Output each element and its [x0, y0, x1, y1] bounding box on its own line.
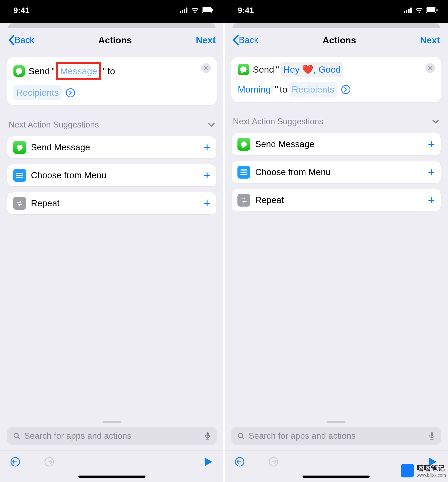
remove-action-button[interactable]	[425, 63, 435, 73]
suggestion-row-repeat[interactable]: Repeat +	[7, 192, 217, 215]
suggestion-row-repeat[interactable]: Repeat +	[231, 189, 441, 211]
disclosure-button[interactable]	[66, 88, 75, 97]
wifi-icon	[191, 7, 199, 13]
close-icon	[428, 66, 432, 70]
close-icon	[204, 66, 208, 70]
svg-rect-6	[212, 9, 213, 11]
highlight-box: Message	[56, 62, 101, 80]
chevron-down-icon	[432, 119, 439, 124]
sheet-background-tab	[232, 23, 440, 28]
suggestion-row-send-message[interactable]: Send Message +	[7, 136, 217, 159]
menu-icon	[13, 169, 26, 182]
next-button[interactable]: Next	[196, 35, 216, 45]
svg-rect-2	[184, 9, 185, 13]
recipients-token[interactable]: Recipients	[13, 85, 62, 100]
message-icon	[13, 141, 26, 154]
quote-close: "	[275, 82, 278, 97]
suggestion-row-send-message[interactable]: Send Message +	[231, 133, 441, 155]
search-bar[interactable]	[7, 427, 217, 445]
suggestion-label: Repeat	[31, 198, 59, 208]
sheet-grabber[interactable]	[102, 421, 121, 423]
message-text-line1[interactable]: Hey ❤️, Good	[280, 62, 343, 77]
nav-bar: Back Actions Next	[224, 28, 448, 51]
svg-rect-17	[436, 9, 438, 11]
next-button[interactable]: Next	[420, 35, 440, 45]
phone-left: 9:41 Back Actions Next Send " Message " …	[0, 0, 224, 482]
to-label: to	[280, 82, 287, 97]
svg-rect-14	[410, 8, 412, 13]
undo-button[interactable]	[233, 456, 246, 468]
home-indicator[interactable]	[303, 476, 370, 478]
svg-rect-1	[182, 10, 183, 13]
back-button[interactable]: Back	[232, 35, 258, 45]
action-card: Send " Message " to Recipients	[7, 57, 217, 105]
chevron-left-icon	[8, 35, 15, 45]
svg-point-18	[238, 433, 243, 438]
back-button[interactable]: Back	[8, 35, 34, 45]
plus-icon: +	[204, 141, 211, 154]
status-bar: 9:41	[0, 0, 224, 23]
suggestions-header[interactable]: Next Action Suggestions	[233, 117, 439, 126]
send-label: Send	[253, 62, 274, 77]
search-input[interactable]	[248, 431, 425, 441]
undo-button[interactable]	[9, 456, 22, 468]
message-token[interactable]: Message	[60, 66, 97, 76]
send-label: Send	[29, 64, 50, 78]
menu-icon	[237, 166, 250, 179]
suggestion-label: Send Message	[255, 139, 314, 149]
quote-open: "	[276, 62, 279, 77]
plus-icon: +	[428, 165, 435, 179]
repeat-icon	[13, 197, 26, 210]
svg-rect-19	[431, 432, 433, 437]
cellular-icon	[404, 8, 413, 13]
svg-rect-13	[408, 9, 410, 13]
page-title: Actions	[322, 35, 356, 45]
page-title: Actions	[98, 35, 132, 45]
mic-icon[interactable]	[429, 432, 435, 440]
watermark-logo	[401, 464, 414, 477]
disclosure-button[interactable]	[341, 85, 350, 94]
suggestion-label: Send Message	[31, 142, 90, 153]
run-button[interactable]	[202, 456, 215, 468]
plus-icon: +	[204, 197, 211, 210]
phone-right: 9:41 Back Actions Next Send " Hey ❤️, Go…	[224, 0, 448, 482]
message-text-line2[interactable]: Morning!	[238, 82, 273, 97]
mic-icon[interactable]	[204, 432, 211, 440]
remove-action-button[interactable]	[201, 63, 211, 73]
status-icons	[404, 7, 438, 13]
suggestion-row-choose-menu[interactable]: Choose from Menu +	[7, 164, 217, 187]
battery-icon	[426, 7, 438, 13]
quote-open: "	[51, 64, 55, 78]
status-time: 9:41	[13, 6, 30, 15]
home-indicator[interactable]	[78, 476, 145, 478]
chevron-right-icon	[344, 87, 347, 92]
svg-rect-11	[404, 11, 405, 13]
quote-close: "	[102, 64, 106, 78]
status-time: 9:41	[238, 6, 254, 15]
svg-rect-0	[180, 11, 181, 13]
watermark: 嘻嘻笔记 www.bijixx.com	[401, 463, 446, 478]
svg-rect-8	[207, 432, 209, 437]
suggestions-header-label: Next Action Suggestions	[233, 117, 323, 126]
redo-button	[43, 456, 55, 468]
search-bar[interactable]	[231, 427, 441, 445]
battery-icon	[202, 7, 214, 13]
watermark-title: 嘻嘻笔记	[417, 463, 446, 473]
redo-button	[267, 456, 280, 468]
svg-rect-12	[406, 10, 407, 13]
action-card: Send " Hey ❤️, Good Morning! " to Recipi…	[231, 57, 441, 102]
repeat-icon	[237, 194, 250, 207]
watermark-url: www.bijixx.com	[417, 473, 446, 478]
search-input[interactable]	[24, 431, 201, 441]
suggestion-row-choose-menu[interactable]: Choose from Menu +	[231, 161, 441, 183]
svg-point-7	[14, 433, 18, 438]
plus-icon: +	[204, 169, 211, 182]
sheet-background-tab	[8, 23, 216, 28]
message-icon	[237, 138, 250, 151]
svg-rect-5	[202, 8, 211, 12]
plus-icon: +	[428, 137, 435, 151]
recipients-token[interactable]: Recipients	[289, 82, 337, 97]
sheet-grabber[interactable]	[327, 421, 346, 423]
suggestions-header[interactable]: Next Action Suggestions	[9, 120, 215, 130]
svg-rect-16	[427, 8, 435, 12]
